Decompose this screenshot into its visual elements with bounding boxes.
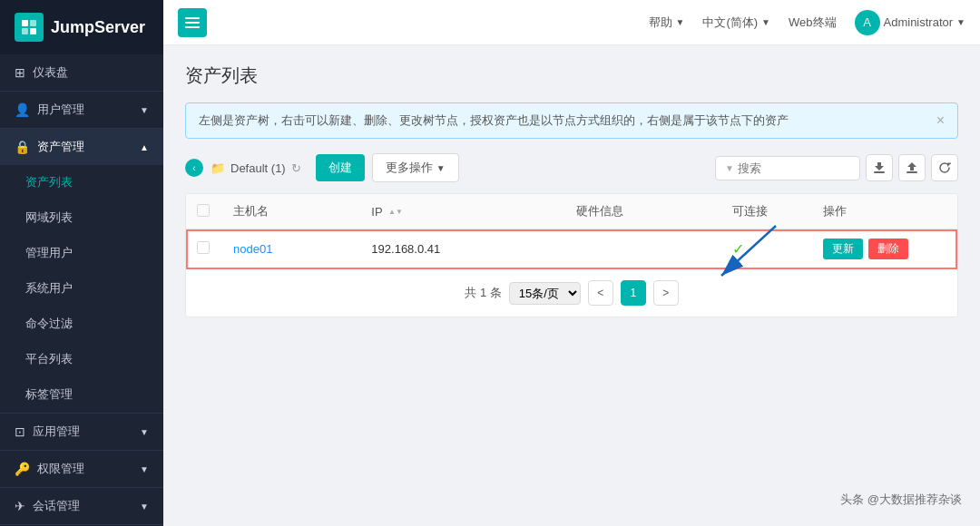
sidebar-toggle-button[interactable] [178,8,207,37]
user-menu[interactable]: A Administrator ▼ [855,10,965,35]
sidebar-item-cmd-filter[interactable]: 命令过滤 [0,307,163,342]
connectable-check-icon: ✓ [732,241,744,257]
app-mgmt-icon: ⊡ [15,424,25,439]
upload-button[interactable] [898,154,926,181]
terminal-label: Web终端 [789,15,837,31]
toolbar: ‹ 📁 Default (1) ↻ 创建 更多操作 ▼ ▼ [185,153,958,182]
topnav: 帮助 ▼ 中文(简体) ▼ Web终端 A Administrator ▼ [163,0,980,45]
sidebar-item-label: 资产列表 [25,175,149,190]
sidebar-item-network-list[interactable]: 网域列表 [0,200,163,236]
sidebar-item-label: 管理用户 [25,246,149,261]
svg-rect-3 [30,28,36,34]
page-1-button[interactable]: 1 [621,280,646,306]
row-hostname-cell: node01 [222,229,360,269]
page-size-select[interactable]: 15条/页 [509,282,581,305]
more-actions-label: 更多操作 [386,160,433,176]
info-bar: 左侧是资产树，右击可以新建、删除、更改树节点，授权资产也是以节点方式组织的，右侧… [185,102,958,139]
sidebar-item-asset-mgmt[interactable]: 🔒 资产管理 ▲ [0,129,163,165]
asset-table: 主机名 IP ▲▼ 硬件信息 可连接 操作 [186,194,957,269]
sidebar-item-label: 会话管理 [33,498,132,514]
tree-collapse-button[interactable]: ‹ [185,159,203,177]
table-header: 主机名 IP ▲▼ 硬件信息 可连接 操作 [186,194,957,229]
refresh-table-button[interactable] [931,154,958,181]
lang-menu[interactable]: 中文(简体) ▼ [702,15,770,31]
sort-icon[interactable]: ▲▼ [388,209,403,216]
sidebar-item-label: 网域列表 [25,210,149,226]
sidebar-item-label: 资产管理 [37,139,132,155]
sidebar-item-session-mgmt[interactable]: ✈ 会话管理 ▼ [0,488,163,524]
svg-rect-6 [185,26,200,28]
sidebar-item-system-user[interactable]: 系统用户 [0,271,163,307]
delete-button[interactable]: 删除 [868,239,908,259]
sidebar-item-label: 应用管理 [33,424,132,440]
content-area: 资产列表 左侧是资产树，右击可以新建、删除、更改树节点，授权资产也是以节点方式组… [163,45,980,526]
sidebar-section-perm: 🔑 权限管理 ▼ [0,450,163,487]
update-button[interactable]: 更新 [823,239,863,259]
sidebar-item-perm-mgmt[interactable]: 🔑 权限管理 ▼ [0,451,163,487]
tree-node: 📁 Default (1) ↻ [211,161,301,175]
sidebar-section-session: ✈ 会话管理 ▼ [0,487,163,524]
table-row: node01 192.168.0.41 ✓ 更新 删除 [186,229,957,269]
refresh-icon[interactable]: ↻ [291,161,301,175]
more-actions-chevron-icon: ▼ [436,163,446,173]
toolbar-right: ▼ [715,154,958,181]
pagination: 共 1 条 15条/页 < 1 > [186,269,957,317]
folder-icon: 📁 [211,161,225,175]
sidebar-item-label-mgmt[interactable]: 标签管理 [0,377,163,413]
prev-page-button[interactable]: < [588,280,613,306]
web-terminal-button[interactable]: Web终端 [789,15,837,31]
select-all-checkbox[interactable] [197,204,210,217]
search-input[interactable] [738,161,856,175]
sidebar-item-label: 用户管理 [37,102,132,118]
row-connectable-cell: ✓ [721,229,812,269]
lang-chevron-icon: ▼ [761,17,770,27]
sidebar-item-dashboard[interactable]: ⊞ 仪表盘 [0,54,163,91]
hostname-link[interactable]: node01 [233,242,272,256]
user-name: Administrator [884,15,954,29]
info-bar-close-button[interactable]: × [936,112,945,129]
th-hardware: 硬件信息 [565,194,721,229]
logo-text: JumpServer [51,18,145,37]
chevron-down-icon: ▼ [140,502,149,511]
watermark: 头条 @大数据推荐杂谈 [840,492,962,508]
row-ip-cell: 192.168.0.41 [360,229,565,269]
th-connectable: 可连接 [721,194,812,229]
chevron-down-icon: ▼ [140,427,149,437]
svg-rect-7 [874,171,885,173]
create-button[interactable]: 创建 [316,154,365,181]
create-label: 创建 [328,160,352,176]
table-body: node01 192.168.0.41 ✓ 更新 删除 [186,229,957,269]
row-checkbox-cell [186,229,222,269]
row-actions-cell: 更新 删除 [812,229,957,269]
page-title: 资产列表 [185,63,958,88]
user-chevron-icon: ▼ [956,17,965,27]
lang-label: 中文(简体) [702,15,758,31]
th-actions: 操作 [812,194,957,229]
lock-icon: 🔒 [15,140,30,154]
sidebar-item-platform-list[interactable]: 平台列表 [0,342,163,377]
sidebar-item-app-mgmt[interactable]: ⊡ 应用管理 ▼ [0,414,163,450]
svg-rect-0 [22,20,28,26]
logo-icon [15,13,44,42]
download-button[interactable] [866,154,893,181]
total-count: 共 1 条 [465,285,501,301]
sidebar-menu: ⊞ 仪表盘 👤 用户管理 ▼ 🔒 资产管理 ▲ 资产列表 网域列表 [0,54,163,526]
row-checkbox[interactable] [197,241,210,254]
dashboard-icon: ⊞ [15,65,25,80]
help-menu[interactable]: 帮助 ▼ [649,15,685,31]
search-dropdown-icon[interactable]: ▼ [725,163,734,173]
sidebar-item-user-mgmt[interactable]: 👤 用户管理 ▼ [0,92,163,128]
more-actions-button[interactable]: 更多操作 ▼ [372,153,459,182]
sidebar-item-asset-list[interactable]: 资产列表 [0,165,163,200]
user-mgmt-icon: 👤 [15,102,30,117]
sidebar-item-label: 标签管理 [25,387,149,403]
th-checkbox [186,194,222,229]
info-bar-text: 左侧是资产树，右击可以新建、删除、更改树节点，授权资产也是以节点方式组织的，右侧… [199,113,789,129]
sidebar-item-admin-user[interactable]: 管理用户 [0,236,163,271]
svg-rect-4 [185,17,200,19]
actions-cell: 更新 删除 [823,239,946,259]
sidebar-item-label: 平台列表 [25,352,149,367]
perm-icon: 🔑 [15,462,30,476]
next-page-button[interactable]: > [653,280,679,306]
sidebar-item-label: 系统用户 [25,281,149,297]
